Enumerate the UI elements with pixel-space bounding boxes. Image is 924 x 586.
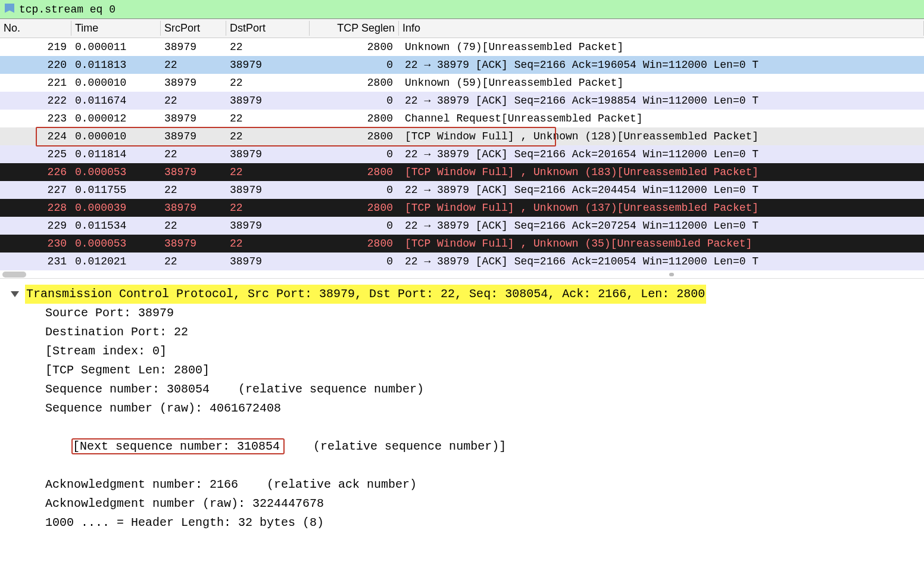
scrollbar-marker [669,273,674,276]
detail-source-port[interactable]: Source Port: 38979 [11,304,913,323]
next-seq-tail: (relative sequence number)] [285,440,506,453]
column-header-dstport[interactable]: DstPort [226,21,310,36]
packet-row[interactable]: 2220.0116742238979022 → 38979 [ACK] Seq=… [0,92,924,110]
cell-srcport: 22 [161,59,226,71]
cell-info: Channel Request[Unreassembled Packet] [399,113,924,124]
column-header-info[interactable]: Info [399,21,924,36]
cell-srcport: 38979 [161,202,226,214]
protocol-tree-header[interactable]: Transmission Control Protocol, Src Port:… [11,285,913,304]
packet-row[interactable]: 2260.00005338979222800[TCP Window Full] … [0,163,924,181]
cell-dstport: 38979 [226,255,310,267]
column-header-time[interactable]: Time [71,21,161,36]
cell-dstport: 38979 [226,59,310,71]
cell-no: 228 [0,202,71,214]
display-filter-input[interactable] [19,4,919,15]
cell-info: 22 → 38979 [ACK] Seq=2166 Ack=196054 Win… [399,59,924,71]
column-header-no[interactable]: No. [0,21,71,36]
packet-row[interactable]: 2280.00003938979222800[TCP Window Full] … [0,199,924,217]
cell-seglen: 0 [310,95,399,107]
horizontal-scrollbar[interactable] [0,270,924,279]
packet-row[interactable]: 2230.00001238979222800Channel Request[Un… [0,110,924,127]
column-header-srcport[interactable]: SrcPort [161,21,226,36]
cell-dstport: 38979 [226,148,310,160]
cell-time: 0.011534 [71,220,161,232]
cell-time: 0.000053 [71,166,161,178]
tree-toggle-icon[interactable] [11,291,19,297]
cell-dstport: 22 [226,166,310,178]
packet-row[interactable]: 2200.0118132238979022 → 38979 [ACK] Seq=… [0,56,924,74]
cell-seglen: 2800 [310,166,399,178]
display-filter-bar [0,0,924,19]
bookmark-icon[interactable] [5,4,14,15]
detail-header-len[interactable]: 1000 .... = Header Length: 32 bytes (8) [11,513,913,532]
detail-ack-raw[interactable]: Acknowledgment number (raw): 3224447678 [11,494,913,513]
cell-srcport: 22 [161,148,226,160]
cell-no: 221 [0,77,71,89]
cell-dstport: 38979 [226,220,310,232]
cell-seglen: 0 [310,255,399,267]
cell-time: 0.011813 [71,59,161,71]
cell-dstport: 22 [226,202,310,214]
cell-time: 0.000011 [71,41,161,53]
cell-time: 0.000010 [71,130,161,142]
cell-dstport: 22 [226,77,310,89]
detail-ack-number[interactable]: Acknowledgment number: 2166 (relative ac… [11,475,913,494]
cell-no: 229 [0,220,71,232]
detail-seq-raw[interactable]: Sequence number (raw): 4061672408 [11,399,913,418]
cell-dstport: 38979 [226,184,310,196]
cell-no: 227 [0,184,71,196]
packet-row[interactable]: 2240.00001038979222800[TCP Window Full] … [0,127,924,145]
cell-time: 0.000010 [71,77,161,89]
detail-dest-port[interactable]: Destination Port: 22 [11,323,913,342]
cell-seglen: 2800 [310,202,399,214]
cell-srcport: 38979 [161,166,226,178]
cell-seglen: 2800 [310,77,399,89]
cell-seglen: 2800 [310,238,399,250]
cell-time: 0.000053 [71,238,161,250]
detail-seq-number[interactable]: Sequence number: 308054 (relative sequen… [11,380,913,399]
cell-info: Unknown (79)[Unreassembled Packet] [399,41,924,53]
detail-segment-len[interactable]: [TCP Segment Len: 2800] [11,361,913,380]
cell-time: 0.011755 [71,184,161,196]
cell-srcport: 38979 [161,113,226,124]
cell-no: 230 [0,238,71,250]
cell-no: 224 [0,130,71,142]
packet-row[interactable]: 2210.00001038979222800Unknown (59)[Unrea… [0,74,924,92]
packet-row[interactable]: 2300.00005338979222800[TCP Window Full] … [0,235,924,253]
cell-time: 0.000012 [71,113,161,124]
cell-time: 0.000039 [71,202,161,214]
cell-srcport: 38979 [161,130,226,142]
cell-info: [TCP Window Full] , Unknown (183)[Unreas… [399,166,924,178]
cell-srcport: 22 [161,255,226,267]
cell-no: 231 [0,255,71,267]
cell-dstport: 22 [226,130,310,142]
cell-info: 22 → 38979 [ACK] Seq=2166 Ack=210054 Win… [399,255,924,267]
cell-seglen: 0 [310,220,399,232]
cell-info: 22 → 38979 [ACK] Seq=2166 Ack=198854 Win… [399,95,924,107]
tcp-header-line[interactable]: Transmission Control Protocol, Src Port:… [25,285,706,304]
column-header-seglen[interactable]: TCP Seglen [310,21,399,36]
packet-row[interactable]: 2190.00001138979222800Unknown (79)[Unrea… [0,38,924,56]
scrollbar-thumb[interactable] [2,272,26,278]
cell-dstport: 22 [226,41,310,53]
packet-row[interactable]: 2290.0115342238979022 → 38979 [ACK] Seq=… [0,217,924,235]
packet-row[interactable]: 2270.0117552238979022 → 38979 [ACK] Seq=… [0,181,924,199]
cell-info: [TCP Window Full] , Unknown (35)[Unreass… [399,238,924,250]
cell-time: 0.011674 [71,95,161,107]
packet-row[interactable]: 2310.0120212238979022 → 38979 [ACK] Seq=… [0,253,924,270]
packet-list: No. Time SrcPort DstPort TCP Seglen Info… [0,19,924,279]
cell-dstport: 22 [226,238,310,250]
detail-next-seq[interactable]: [Next sequence number: 310854 (relative … [11,418,913,475]
cell-seglen: 2800 [310,130,399,142]
cell-dstport: 22 [226,113,310,124]
cell-info: 22 → 38979 [ACK] Seq=2166 Ack=204454 Win… [399,184,924,196]
cell-no: 226 [0,166,71,178]
cell-seglen: 0 [310,184,399,196]
packet-row[interactable]: 2250.0118142238979022 → 38979 [ACK] Seq=… [0,145,924,163]
cell-info: [TCP Window Full] , Unknown (128)[Unreas… [399,130,924,142]
cell-srcport: 38979 [161,238,226,250]
cell-no: 220 [0,59,71,71]
cell-info: 22 → 38979 [ACK] Seq=2166 Ack=207254 Win… [399,220,924,232]
detail-stream-index[interactable]: [Stream index: 0] [11,342,913,361]
cell-time: 0.011814 [71,148,161,160]
